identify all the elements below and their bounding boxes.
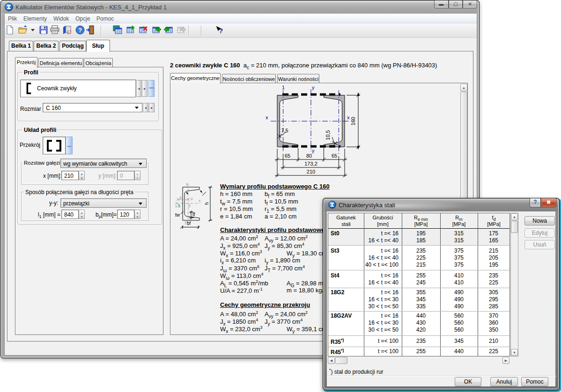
svg-text:x: x xyxy=(266,115,268,120)
svg-text:a: a xyxy=(179,195,182,200)
svg-text:tw: tw xyxy=(175,212,180,218)
svg-text:x: x xyxy=(199,198,201,203)
svg-text:e: e xyxy=(191,196,193,201)
svg-text:tf: tf xyxy=(192,212,195,217)
svg-text:173,2: 173,2 xyxy=(304,161,317,167)
svg-text:?: ? xyxy=(78,27,82,34)
svg-text:160: 160 xyxy=(350,117,356,125)
svg-text:x: x xyxy=(175,204,177,209)
svg-text:65: 65 xyxy=(332,153,337,159)
svg-text:y: y xyxy=(312,148,315,153)
svg-text:1: 1 xyxy=(282,85,285,90)
svg-text:s: s xyxy=(178,203,180,208)
svg-text:y: y xyxy=(186,181,188,186)
svg-text:h: h xyxy=(204,202,209,205)
svg-text:10,5: 10,5 xyxy=(325,130,331,140)
svg-text:?: ? xyxy=(219,27,223,35)
svg-text:x: x xyxy=(347,115,350,120)
svg-text:bf: bf xyxy=(187,221,191,226)
svg-text:210: 210 xyxy=(307,169,315,174)
svg-text:80: 80 xyxy=(306,153,312,159)
svg-text:65: 65 xyxy=(285,153,290,159)
svg-text:0: 0 xyxy=(188,203,191,208)
svg-text:y: y xyxy=(312,85,315,90)
svg-text:7,5: 7,5 xyxy=(281,128,288,133)
